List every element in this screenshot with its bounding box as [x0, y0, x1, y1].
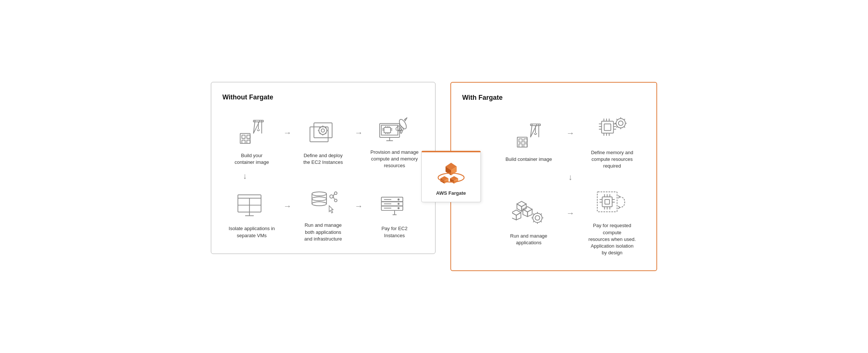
arrow-down: ↓ — [222, 171, 424, 181]
arrow1: → — [283, 128, 292, 138]
svg-point-50 — [334, 192, 337, 195]
svg-rect-129 — [602, 197, 612, 207]
svg-marker-109 — [517, 201, 526, 206]
svg-point-13 — [321, 129, 324, 132]
arrow3: → — [283, 201, 292, 211]
svg-line-125 — [541, 221, 542, 222]
with-item-run: Run and manageapplications — [496, 195, 562, 246]
svg-point-44 — [312, 192, 327, 196]
pay-stack-icon — [374, 188, 415, 222]
without-isolate-label: Isolate applications inseparate VMs — [229, 225, 275, 239]
svg-marker-110 — [517, 204, 521, 211]
with-arrow-down: ↓ — [566, 172, 575, 182]
svg-line-124 — [533, 213, 534, 214]
svg-line-53 — [333, 197, 334, 199]
without-item-run: Run and manageboth applicationsand infra… — [294, 185, 353, 242]
with-define-label: Define memory andcompute resourcesrequir… — [591, 149, 633, 170]
svg-line-108 — [616, 127, 617, 128]
crane-icon — [231, 115, 272, 149]
with-item-build: Build container image — [496, 119, 562, 163]
without-item-define: Define and deploythe EC2 Instances — [294, 115, 353, 166]
svg-line-127 — [533, 221, 534, 222]
fargate-card: AWS Fargate — [421, 151, 481, 202]
without-item-build: Build yourcontainer image — [222, 115, 281, 166]
svg-marker-115 — [512, 210, 521, 215]
svg-rect-26 — [384, 127, 390, 133]
svg-rect-98 — [604, 124, 611, 130]
without-title: Without Fargate — [222, 93, 424, 101]
with-item-pay: Pay for requested computeresources when … — [579, 185, 645, 256]
svg-line-105 — [616, 119, 617, 120]
svg-marker-116 — [512, 212, 516, 220]
svg-rect-11 — [314, 123, 332, 138]
without-define-label: Define and deploythe EC2 Instances — [303, 152, 343, 166]
with-item-define: Define memory andcompute resourcesrequir… — [579, 112, 645, 170]
with-flow-grid: Build container image → — [496, 112, 645, 260]
without-row2: Isolate applications inseparate VMs → — [222, 185, 424, 242]
with-arrow2: → — [566, 209, 575, 218]
svg-point-118 — [533, 213, 542, 222]
svg-rect-85 — [601, 121, 613, 133]
svg-point-47 — [312, 202, 327, 206]
svg-rect-3 — [242, 140, 245, 143]
fargate-logo-icon — [436, 160, 466, 186]
without-row1: Build yourcontainer image → — [222, 112, 424, 169]
without-item-pay: Pay for EC2Instances — [365, 188, 424, 239]
svg-point-100 — [618, 121, 623, 125]
without-pay-label: Pay for EC2Instances — [382, 225, 408, 239]
svg-rect-77 — [524, 139, 527, 142]
monitor-grid-icon — [231, 188, 272, 222]
arrow2: → — [354, 128, 364, 138]
monitor-rocket-icon — [374, 112, 415, 145]
without-run-label: Run and manageboth applicationsand infra… — [304, 222, 342, 242]
without-provision-label: Provision and managecompute and memoryre… — [370, 149, 418, 169]
arrow4: → — [354, 201, 364, 211]
svg-line-52 — [333, 194, 334, 197]
svg-line-126 — [541, 213, 542, 214]
without-fargate-panel: Without Fargate — [211, 82, 435, 254]
with-pay-label: Pay for requested computeresources when … — [588, 222, 636, 256]
chip-dashed-icon — [592, 185, 633, 219]
svg-marker-112 — [523, 206, 532, 212]
svg-point-60 — [398, 199, 399, 201]
with-crane-icon — [508, 119, 549, 152]
fargate-card-label: AWS Fargate — [436, 190, 466, 196]
main-container: Without Fargate — [211, 82, 657, 271]
svg-rect-140 — [605, 200, 609, 204]
without-item-provision: Provision and managecompute and memoryre… — [365, 112, 424, 169]
svg-point-49 — [330, 195, 333, 198]
svg-point-61 — [398, 203, 399, 205]
svg-rect-2 — [247, 135, 250, 139]
svg-line-107 — [624, 119, 625, 120]
svg-line-106 — [624, 127, 625, 128]
database-cursor-icon — [303, 185, 344, 218]
svg-point-62 — [398, 207, 399, 209]
svg-point-51 — [334, 199, 337, 202]
svg-rect-4 — [247, 140, 250, 143]
svg-marker-114 — [527, 209, 532, 217]
cubes-gear-icon — [508, 195, 549, 229]
with-fargate-panel: With Fargate AWS Fargate — [450, 82, 657, 271]
with-arrow1: → — [566, 128, 575, 138]
svg-point-48 — [312, 197, 327, 201]
without-build-label: Build yourcontainer image — [235, 152, 269, 166]
svg-rect-1 — [242, 135, 245, 139]
with-run-label: Run and manageapplications — [510, 233, 547, 246]
svg-rect-78 — [519, 144, 522, 147]
svg-rect-79 — [524, 144, 527, 147]
with-title: With Fargate — [462, 94, 645, 102]
svg-point-99 — [616, 118, 626, 128]
svg-point-119 — [535, 215, 540, 220]
svg-marker-117 — [516, 212, 521, 220]
with-build-label: Build container image — [505, 156, 552, 163]
chip-gear-icon — [592, 112, 633, 146]
without-item-isolate: Isolate applications inseparate VMs — [222, 188, 281, 239]
svg-rect-76 — [519, 139, 522, 142]
gear-stack-icon — [303, 115, 344, 149]
